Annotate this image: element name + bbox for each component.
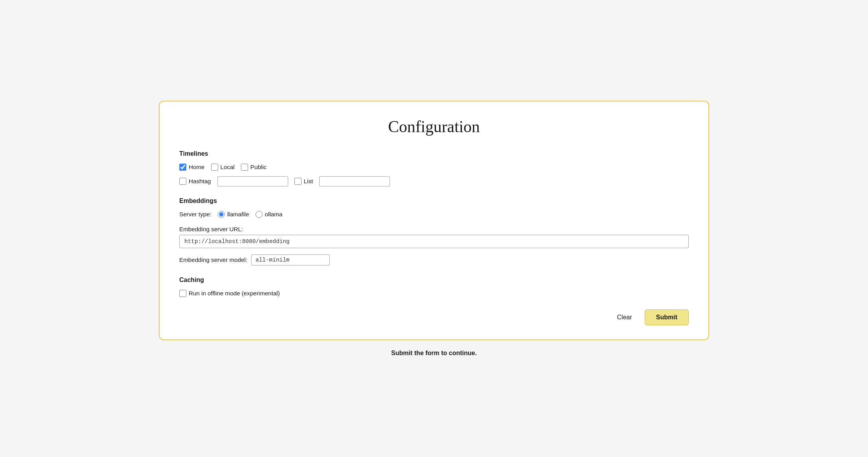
ollama-radio[interactable] xyxy=(256,211,263,218)
local-checkbox[interactable] xyxy=(211,164,218,171)
ollama-label[interactable]: ollama xyxy=(265,211,283,217)
list-checkbox[interactable] xyxy=(294,178,302,185)
server-type-label: Server type: xyxy=(179,211,211,217)
caching-section: Caching Run in offline mode (experimenta… xyxy=(179,276,689,297)
config-card: Configuration Timelines Home Local Publi… xyxy=(159,101,709,340)
clear-button[interactable]: Clear xyxy=(612,311,637,324)
caching-label: Caching xyxy=(179,276,689,284)
home-label[interactable]: Home xyxy=(189,164,205,170)
hashtag-label[interactable]: Hashtag xyxy=(189,178,211,184)
public-checkbox[interactable] xyxy=(241,164,248,171)
embedding-model-input[interactable] xyxy=(251,254,330,265)
server-type-row: Server type: llamafile ollama xyxy=(179,211,689,218)
model-field-row: Embedding server model: xyxy=(179,254,689,265)
embedding-url-input[interactable] xyxy=(179,235,689,248)
offline-checkbox[interactable] xyxy=(179,290,186,297)
local-checkbox-group: Local xyxy=(211,164,235,171)
timelines-section: Timelines Home Local Public xyxy=(179,150,689,186)
embeddings-label: Embeddings xyxy=(179,197,689,205)
list-label[interactable]: List xyxy=(304,178,313,184)
llamafile-label[interactable]: llamafile xyxy=(227,211,249,217)
timelines-label: Timelines xyxy=(179,150,689,157)
url-field-label: Embedding server URL: xyxy=(179,226,689,232)
embeddings-section: Embeddings Server type: llamafile ollama… xyxy=(179,197,689,265)
offline-label[interactable]: Run in offline mode (experimental) xyxy=(189,290,280,297)
timelines-row-2: Hashtag List xyxy=(179,176,689,186)
llamafile-radio-group: llamafile xyxy=(218,211,249,218)
public-label[interactable]: Public xyxy=(250,164,267,170)
list-input[interactable] xyxy=(319,176,390,186)
local-label[interactable]: Local xyxy=(221,164,235,170)
hashtag-input[interactable] xyxy=(217,176,288,186)
hashtag-checkbox-group: Hashtag xyxy=(179,178,211,185)
page-title: Configuration xyxy=(179,117,689,136)
button-row: Clear Submit xyxy=(179,310,689,325)
page-wrapper: Configuration Timelines Home Local Publi… xyxy=(159,101,709,357)
home-checkbox-group: Home xyxy=(179,164,205,171)
hashtag-checkbox[interactable] xyxy=(179,178,186,185)
ollama-radio-group: ollama xyxy=(256,211,283,218)
public-checkbox-group: Public xyxy=(241,164,267,171)
offline-checkbox-group: Run in offline mode (experimental) xyxy=(179,290,280,297)
model-field-label: Embedding server model: xyxy=(179,256,247,263)
home-checkbox[interactable] xyxy=(179,164,186,171)
footer-text: Submit the form to continue. xyxy=(391,350,477,357)
list-checkbox-group: List xyxy=(294,178,313,185)
offline-row: Run in offline mode (experimental) xyxy=(179,290,689,297)
url-field-row: Embedding server URL: xyxy=(179,226,689,248)
llamafile-radio[interactable] xyxy=(218,211,225,218)
timelines-row-1: Home Local Public xyxy=(179,164,689,171)
submit-button[interactable]: Submit xyxy=(645,310,689,325)
